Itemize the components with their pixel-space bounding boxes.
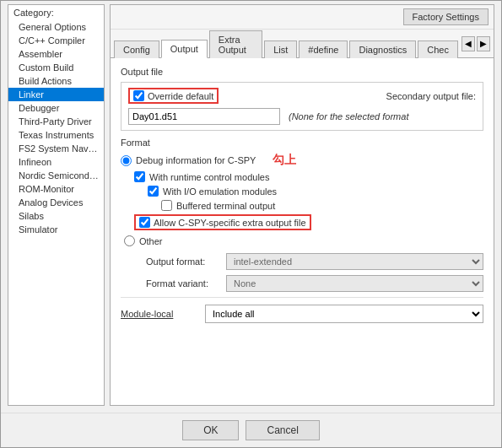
sidebar-item-simulator[interactable]: Simulator — [8, 223, 104, 236]
tab-diagnostics[interactable]: Diagnostics — [349, 40, 416, 58]
debug-radio[interactable] — [121, 155, 132, 166]
factory-settings-button[interactable]: Factory Settings — [403, 8, 489, 25]
sidebar-item-third-party[interactable]: Third-Party Driver — [8, 115, 104, 128]
dialog: Category: General Options C/C++ Compiler… — [0, 0, 502, 448]
io-emulation-label[interactable]: With I/O emulation modules — [163, 186, 277, 197]
sidebar-item-silabs[interactable]: Silabs — [8, 209, 104, 223]
tab-output[interactable]: Output — [161, 40, 208, 58]
format-variant-label: Format variant: — [146, 278, 226, 289]
annotation-text: 勾上 — [273, 153, 296, 168]
sidebar-item-assembler[interactable]: Assembler — [8, 47, 104, 61]
sidebar-item-build-actions[interactable]: Build Actions — [8, 74, 104, 88]
dialog-body: Category: General Options C/C++ Compiler… — [1, 1, 501, 413]
tab-define[interactable]: #define — [299, 40, 348, 58]
output-file-section: Override default Secondary output file: … — [121, 82, 483, 131]
override-default-label[interactable]: Override default — [148, 91, 213, 101]
format-section: Debug information for C-SPY 勾上 With runt… — [121, 153, 483, 292]
format-section-title: Format — [121, 138, 483, 148]
module-local-row: Module-local Include all — [121, 297, 483, 323]
tabs-bar: Config Output Extra Output List #define … — [111, 30, 494, 58]
tab-chec[interactable]: Chec — [418, 40, 458, 58]
dialog-footer: OK Cancel — [1, 413, 501, 447]
sidebar-item-analog[interactable]: Analog Devices — [8, 196, 104, 209]
secondary-output-label: Secondary output file: — [386, 91, 476, 101]
override-default-box: Override default — [128, 88, 219, 104]
sidebar-item-texas[interactable]: Texas Instruments — [8, 128, 104, 142]
sidebar-item-debugger[interactable]: Debugger — [8, 101, 104, 115]
output-format-label: Output format: — [146, 256, 226, 267]
tab-config[interactable]: Config — [114, 40, 159, 58]
other-radio-row: Other — [121, 235, 483, 246]
io-emulation-checkbox[interactable] — [148, 186, 159, 197]
io-emulation-row: With I/O emulation modules — [121, 186, 483, 197]
sidebar-item-custom-build[interactable]: Custom Build — [8, 61, 104, 74]
other-radio[interactable] — [124, 235, 135, 246]
debug-radio-row: Debug information for C-SPY 勾上 — [121, 153, 483, 168]
sidebar: Category: General Options C/C++ Compiler… — [8, 4, 105, 406]
debug-radio-label[interactable]: Debug information for C-SPY — [136, 155, 256, 165]
allow-cspy-label[interactable]: Allow C-SPY-specific extra output file — [154, 218, 306, 228]
none-format-label: (None for the selected format — [289, 111, 408, 121]
sidebar-item-nordic[interactable]: Nordic Semicondu... — [8, 169, 104, 182]
tab-scroll-left[interactable]: ◀ — [462, 36, 475, 51]
override-default-checkbox[interactable] — [133, 90, 144, 101]
panel-header: Factory Settings — [111, 5, 494, 30]
sidebar-item-linker[interactable]: Linker — [8, 88, 104, 101]
other-label[interactable]: Other — [139, 236, 163, 246]
tabs-nav: ◀ ▶ — [460, 36, 490, 51]
sidebar-item-infineon[interactable]: Infineon — [8, 155, 104, 169]
output-file-section-label: Output file — [121, 67, 483, 77]
format-variant-select[interactable]: None — [226, 275, 483, 292]
allow-cspy-row: Allow C-SPY-specific extra output file — [121, 214, 483, 230]
tab-list[interactable]: List — [264, 40, 297, 58]
buffered-checkbox[interactable] — [161, 200, 172, 211]
tab-extra-output[interactable]: Extra Output — [209, 30, 262, 58]
output-format-row: Output format: intel-extended — [121, 253, 483, 270]
output-filename-input[interactable] — [128, 108, 280, 125]
cancel-button[interactable]: Cancel — [246, 420, 319, 440]
buffered-label[interactable]: Buffered terminal output — [176, 201, 275, 211]
allow-cspy-checkbox[interactable] — [139, 217, 150, 228]
module-local-select[interactable]: Include all — [205, 305, 483, 323]
tab-scroll-right[interactable]: ▶ — [477, 36, 490, 51]
sidebar-item-rom-monitor[interactable]: ROM-Monitor — [8, 182, 104, 196]
sidebar-item-fs2[interactable]: FS2 System Naviga — [8, 142, 104, 155]
output-format-select[interactable]: intel-extended — [226, 253, 483, 270]
content-area: Output file Override default Secondary o… — [111, 58, 494, 405]
main-panel: Factory Settings Config Output Extra Out… — [110, 4, 494, 406]
runtime-checkbox[interactable] — [134, 171, 145, 182]
category-label: Category: — [8, 5, 104, 20]
allow-cspy-box: Allow C-SPY-specific extra output file — [134, 214, 311, 230]
format-variant-row: Format variant: None — [121, 275, 483, 292]
module-local-label: Module-local — [121, 309, 205, 319]
runtime-label[interactable]: With runtime control modules — [149, 172, 269, 182]
buffered-row: Buffered terminal output — [121, 200, 483, 211]
sidebar-item-general-options[interactable]: General Options — [8, 20, 104, 34]
runtime-checkbox-row: With runtime control modules — [121, 171, 483, 182]
ok-button[interactable]: OK — [182, 420, 239, 440]
sidebar-item-cpp-compiler[interactable]: C/C++ Compiler — [8, 34, 104, 47]
